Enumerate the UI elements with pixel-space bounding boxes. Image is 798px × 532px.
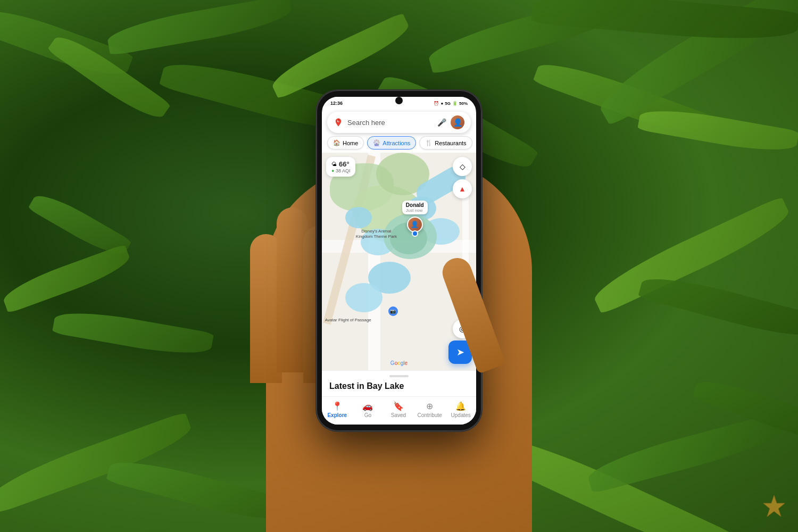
saved-label: Saved xyxy=(391,412,406,418)
svg-marker-0 xyxy=(763,495,785,517)
signal-icon: ● xyxy=(440,101,443,106)
sheet-handle[interactable] xyxy=(389,375,409,377)
network-icon: 5G xyxy=(445,101,451,106)
user-location-dot xyxy=(412,230,418,237)
home-chip-label: Home xyxy=(343,140,358,146)
go-label: Go xyxy=(364,412,371,418)
nav-updates[interactable]: 🔔 Updates xyxy=(449,401,472,418)
phone-in-hand: 12:36 ⏰ ● 5G 🔋 50% xyxy=(0,0,798,532)
search-placeholder: Search here xyxy=(347,119,433,127)
nav-explore[interactable]: 📍 Explore xyxy=(326,401,349,418)
chip-restaurants[interactable]: 🍴 Restaurants xyxy=(419,136,472,149)
latest-title: Latest in Bay Lake xyxy=(329,381,469,391)
restaurants-chip-label: Restaurants xyxy=(435,140,466,146)
contribute-icon: ⊕ xyxy=(426,401,433,411)
restaurants-chip-icon: 🍴 xyxy=(425,139,433,146)
attractions-chip-icon: 🎡 xyxy=(373,139,380,146)
attractions-chip-label: Attractions xyxy=(383,140,410,146)
explore-icon: 📍 xyxy=(332,401,343,411)
alarm-icon: ⏰ xyxy=(434,101,439,106)
bottom-sheet: Latest in Bay Lake xyxy=(322,370,476,396)
go-icon: 🚗 xyxy=(362,401,373,411)
camera-map-icon[interactable]: 📷 xyxy=(388,306,398,316)
donald-label: Donald Just now xyxy=(402,201,428,214)
battery-icon: 🔋 xyxy=(452,101,458,106)
front-camera xyxy=(395,97,403,104)
bottom-nav: 📍 Explore 🚗 Go 🔖 Saved ⊕ Contribute xyxy=(322,396,476,425)
user-avatar[interactable]: 👤 xyxy=(451,115,464,129)
nav-go[interactable]: 🚗 Go xyxy=(356,401,379,418)
battery-percent: 50% xyxy=(459,101,468,106)
map-layer-control[interactable]: ◇ xyxy=(453,157,472,176)
directions-icon: ➤ xyxy=(456,346,464,358)
contribute-label: Contribute xyxy=(417,412,442,418)
search-bar[interactable]: Search here 🎤 👤 xyxy=(327,112,471,133)
star-watermark xyxy=(761,493,787,521)
lake-1 xyxy=(345,207,372,228)
explore-label: Explore xyxy=(327,412,347,418)
updates-label: Updates xyxy=(451,412,471,418)
user-location-pin: Donald Just now 👤 xyxy=(402,201,428,232)
chip-home[interactable]: 🏠 Home xyxy=(327,136,364,149)
weather-temp: 66° xyxy=(339,160,350,168)
weather-widget: 🌤 66° ● 38 AQI xyxy=(326,157,355,177)
updates-icon: 🔔 xyxy=(455,401,466,411)
weather-icon: 🌤 xyxy=(331,161,337,167)
status-time: 12:36 xyxy=(330,101,343,106)
lake-4 xyxy=(345,283,383,312)
status-icons: ⏰ ● 5G 🔋 50% xyxy=(434,101,468,106)
mic-icon[interactable]: 🎤 xyxy=(437,118,446,127)
compass-icon: ▲ xyxy=(459,185,466,193)
layers-icon: ◇ xyxy=(460,162,466,171)
google-watermark: Google xyxy=(390,360,408,366)
nav-saved[interactable]: 🔖 Saved xyxy=(387,401,410,418)
google-maps-logo xyxy=(334,118,343,127)
weather-aqi: ● 38 AQI xyxy=(331,168,350,173)
saved-icon: 🔖 xyxy=(393,401,404,411)
home-chip-icon: 🏠 xyxy=(333,139,340,146)
nav-contribute[interactable]: ⊕ Contribute xyxy=(417,401,442,418)
chips-row: 🏠 Home 🎡 Attractions 🍴 Restaurants xyxy=(322,136,476,153)
compass-control[interactable]: ▲ xyxy=(453,179,472,198)
attraction-label: Avatar Flight of Passage xyxy=(325,318,371,322)
chip-attractions[interactable]: 🎡 Attractions xyxy=(367,136,416,149)
